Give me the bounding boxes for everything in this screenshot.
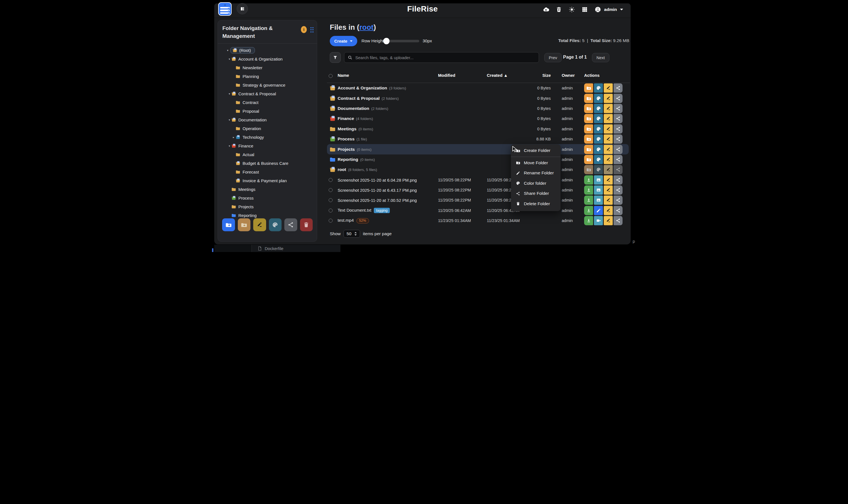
rename-file-button[interactable]: [604, 175, 613, 184]
tree-item[interactable]: Strategy & governance: [218, 81, 317, 89]
tree-item[interactable]: Projects: [218, 202, 317, 211]
tree-item[interactable]: Operation: [218, 124, 317, 133]
share-folder-button[interactable]: [614, 104, 622, 113]
table-row[interactable]: Process(1 file)8.88 KBadmin: [327, 134, 630, 144]
share-folder-button[interactable]: [614, 155, 622, 164]
theme-sun-icon[interactable]: [569, 6, 575, 13]
column-created[interactable]: Created ▲: [487, 73, 508, 78]
edit-file-button[interactable]: [594, 206, 603, 215]
row-checkbox[interactable]: [329, 188, 333, 192]
tree-item[interactable]: Forecast: [218, 168, 317, 176]
rename-file-button[interactable]: [604, 216, 613, 226]
share-folder-button[interactable]: [614, 114, 622, 123]
row-checkbox[interactable]: [329, 219, 333, 222]
create-button[interactable]: Create: [330, 36, 357, 46]
menu-item-delete-folder[interactable]: Delete Folder: [511, 199, 561, 209]
tree-caret-icon[interactable]: ▸: [232, 136, 235, 139]
move-folder-button[interactable]: [238, 218, 251, 231]
tree-item[interactable]: ▾(Root): [218, 46, 317, 55]
share-file-button[interactable]: [614, 196, 622, 205]
share-file-button[interactable]: [614, 175, 622, 184]
row-name[interactable]: Projects(0 items): [338, 147, 372, 152]
menu-item-color-folder[interactable]: Color folder: [511, 178, 561, 188]
tree-item[interactable]: ▾Finance: [218, 142, 317, 150]
rename-folder-button[interactable]: [604, 124, 613, 133]
tree-item[interactable]: Actual: [218, 150, 317, 159]
tree-item[interactable]: Process: [218, 194, 317, 202]
row-name[interactable]: Process(1 file): [338, 137, 367, 142]
download-button[interactable]: [584, 175, 593, 184]
share-file-button[interactable]: [614, 185, 622, 195]
apps-grid-icon[interactable]: [582, 6, 588, 13]
tree-caret-icon[interactable]: ▾: [226, 49, 230, 52]
tree-item[interactable]: Proposal: [218, 107, 317, 115]
column-owner[interactable]: Owner: [562, 73, 575, 78]
share-folder-button[interactable]: [614, 94, 622, 103]
rename-folder-button[interactable]: [253, 218, 266, 231]
rename-file-button[interactable]: [604, 196, 613, 205]
tree-item[interactable]: Budget & Business Care: [218, 159, 317, 168]
move-folder-button[interactable]: [584, 94, 593, 103]
table-row[interactable]: Screenshot 2025-11-20 at 6.43.17 PM.png1…: [327, 185, 630, 195]
table-row[interactable]: Projects(0 items)0 Bytesadmin: [327, 144, 629, 154]
table-row[interactable]: Contract & Proposal(2 folders)0 Bytesadm…: [327, 93, 630, 103]
tree-item[interactable]: ▾Contract & Proposal: [218, 89, 317, 98]
move-folder-button[interactable]: [584, 114, 593, 123]
rename-folder-button[interactable]: [604, 104, 613, 113]
tree-item[interactable]: ▸Technology: [218, 133, 317, 142]
table-row[interactable]: Reporting(0 items)admin: [327, 155, 630, 164]
table-row[interactable]: Meetings(0 items)0 Bytesadmin: [327, 124, 630, 134]
download-button[interactable]: [584, 206, 593, 215]
root-link[interactable]: root: [359, 23, 373, 31]
color-folder-button[interactable]: [594, 165, 603, 174]
row-name[interactable]: root(8 folders, 5 files): [338, 167, 377, 172]
row-name[interactable]: Documentation(2 folders): [338, 106, 388, 111]
prev-page-button[interactable]: Prev: [544, 53, 562, 62]
table-row[interactable]: root(8 folders, 5 files)admin: [327, 164, 630, 175]
tree-item[interactable]: Invoice & Payment plan: [218, 176, 317, 185]
next-page-button[interactable]: Next: [592, 53, 610, 62]
menu-item-move-folder[interactable]: Move Folder: [511, 158, 561, 168]
table-row[interactable]: Screenshot 2025-11-20 at 6.04.28 PM.png1…: [327, 175, 630, 185]
row-name[interactable]: Screenshot 2025-11-20 at 7.00.52 PM.png: [338, 198, 417, 203]
rename-folder-button[interactable]: [604, 145, 613, 154]
share-file-button[interactable]: [614, 216, 622, 226]
rename-folder-button[interactable]: [604, 155, 613, 164]
move-folder-button[interactable]: [584, 104, 593, 113]
share-folder-button[interactable]: [614, 145, 622, 154]
color-folder-button[interactable]: [594, 114, 603, 123]
tree-item[interactable]: ▾Documentation: [218, 115, 317, 124]
row-checkbox[interactable]: [329, 209, 333, 213]
tree-item[interactable]: Newsletter: [218, 64, 317, 72]
color-folder-button[interactable]: [594, 104, 603, 113]
move-folder-button[interactable]: [584, 145, 593, 154]
rename-folder-button[interactable]: [604, 114, 613, 123]
column-modified[interactable]: Modified: [438, 73, 455, 78]
download-button[interactable]: [584, 216, 593, 226]
color-folder-button[interactable]: [594, 155, 603, 164]
menu-item-create-folder[interactable]: Create Folder: [511, 145, 561, 156]
row-name[interactable]: Screenshot 2025-11-20 at 6.04.28 PM.png: [338, 177, 417, 182]
row-name[interactable]: Contract & Proposal(2 folders): [338, 96, 399, 101]
share-file-button[interactable]: [614, 206, 622, 215]
move-folder-button[interactable]: [584, 155, 593, 164]
table-row[interactable]: Documentation(2 folders)0 Bytesadmin: [327, 104, 630, 113]
tree-caret-icon[interactable]: ▾: [227, 118, 231, 121]
table-row[interactable]: Account & Organization(3 folders)0 Bytes…: [327, 83, 630, 93]
share-folder-button[interactable]: [614, 84, 622, 93]
row-name[interactable]: Finance(4 folders): [338, 116, 373, 121]
menu-item-rename-folder[interactable]: Rename Folder: [511, 168, 561, 178]
row-name[interactable]: Text Document.txttagging: [338, 208, 390, 213]
move-folder-button[interactable]: [584, 165, 593, 174]
tree-item[interactable]: ▾Account & Organization: [218, 55, 317, 64]
info-icon[interactable]: i: [301, 26, 307, 33]
row-name[interactable]: Reporting(0 items): [338, 157, 375, 162]
tree-caret-icon[interactable]: ▾: [227, 92, 231, 95]
table-row[interactable]: test.mp452%11/23/25 01:34AM11/23/25 01:3…: [327, 216, 630, 226]
color-folder-button[interactable]: [594, 134, 603, 144]
create-folder-button[interactable]: [222, 218, 235, 231]
drag-handle-icon[interactable]: [311, 27, 314, 33]
column-size[interactable]: Size: [523, 73, 551, 78]
download-button[interactable]: [584, 196, 593, 205]
table-row[interactable]: Text Document.txttagging11/20/25 06:42AM…: [327, 205, 630, 216]
